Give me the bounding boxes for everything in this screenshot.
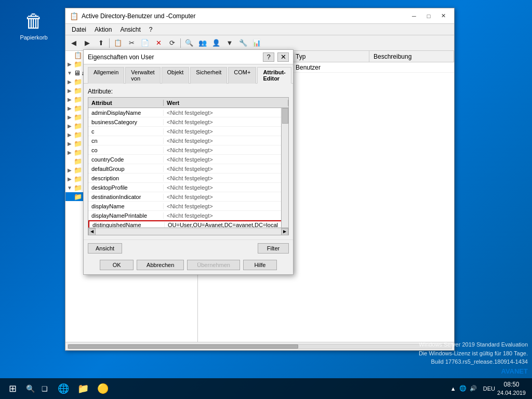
- dialog-title-text: Eigenschaften von User: [88, 54, 262, 61]
- clock-time: 08:50: [497, 381, 526, 389]
- expand-icon: ▶: [65, 105, 74, 111]
- pinned-ie[interactable]: 🌐: [54, 379, 73, 398]
- menu-ansicht[interactable]: Ansicht: [116, 25, 144, 34]
- pinned-app[interactable]: 🟡: [94, 379, 112, 398]
- show-button[interactable]: 📋: [112, 37, 124, 49]
- attr-value: OU=User,OU=Avanet,DC=avanet,DC=local: [165, 222, 287, 228]
- filter-button[interactable]: Filter: [258, 243, 289, 254]
- search-button[interactable]: 🔍: [23, 379, 37, 398]
- uebernehmen-button[interactable]: Übernehmen: [187, 260, 240, 270]
- attr-name: businessCategory: [88, 119, 164, 125]
- recycle-bin-glyph: 🗑: [24, 10, 43, 32]
- attr-row-c[interactable]: c <Nicht festgelegt>: [88, 127, 288, 136]
- attr-row-defaultGroup[interactable]: defaultGroup <Nicht festgelegt>: [88, 164, 288, 174]
- col-typ-header[interactable]: Typ: [291, 51, 369, 62]
- attr-name: displayName: [88, 203, 164, 209]
- attributes-table: Attribut Wert adminDisplayName <Nicht fe…: [88, 97, 289, 235]
- watermark: Windows Server 2019 Standard Evaluation …: [419, 340, 528, 376]
- dialog-help-button[interactable]: ?: [263, 52, 274, 62]
- refresh-button[interactable]: ⟳: [166, 37, 178, 49]
- close-button[interactable]: ✕: [436, 11, 450, 21]
- attr-name: adminDisplayName: [88, 110, 164, 116]
- ansicht-button[interactable]: Ansicht: [88, 243, 122, 254]
- cut-button[interactable]: ✂: [125, 37, 138, 49]
- expand-icon: ▶: [65, 61, 74, 67]
- menu-help[interactable]: ?: [145, 25, 157, 34]
- back-button[interactable]: ◀: [68, 37, 80, 49]
- filter-button[interactable]: ▼: [223, 37, 236, 49]
- chevron-up-icon[interactable]: ▲: [450, 385, 456, 392]
- users2-button[interactable]: 👤: [210, 37, 222, 49]
- expand-icon: ▶: [65, 114, 74, 120]
- copy-button[interactable]: 📄: [139, 37, 151, 49]
- scroll-left-button[interactable]: ◀: [88, 228, 96, 235]
- dialog-action-buttons: Ansicht Filter: [84, 240, 293, 257]
- folder-icon: 📁: [74, 60, 82, 68]
- tab-com[interactable]: COM+: [228, 67, 256, 84]
- pinned-explorer[interactable]: 📁: [74, 379, 92, 398]
- abbrechen-button[interactable]: Abbrechen: [137, 260, 184, 270]
- tab-attribut-editor[interactable]: Attribut-Editor: [257, 67, 291, 84]
- clock[interactable]: 08:50 24.04.2019: [497, 381, 526, 396]
- attr-row-description[interactable]: description <Nicht festgelegt>: [88, 174, 288, 183]
- attr-row-countryCode[interactable]: countryCode <Nicht festgelegt>: [88, 155, 288, 164]
- expand-icon: ▶: [65, 132, 74, 138]
- forward-button[interactable]: ▶: [81, 37, 94, 49]
- attr-row-adminDisplayName[interactable]: adminDisplayName <Nicht festgelegt>: [88, 108, 288, 117]
- col-wert-header: Wert: [164, 100, 288, 106]
- folder-icon: 📋: [74, 51, 82, 59]
- attr-row-displayNamePrintable[interactable]: displayNamePrintable <Nicht festgelegt>: [88, 211, 288, 220]
- tab-objekt[interactable]: Objekt: [162, 67, 190, 84]
- attr-value: <Nicht festgelegt>: [164, 194, 288, 200]
- status-bar: [65, 342, 454, 350]
- task-view-button[interactable]: ❑: [37, 379, 52, 398]
- attr-value: <Nicht festgelegt>: [164, 138, 288, 144]
- window-title: Active Directory-Benutzer und -Computer: [82, 12, 407, 20]
- minimize-button[interactable]: ─: [407, 11, 421, 21]
- attr-value: <Nicht festgelegt>: [164, 175, 288, 181]
- horizontal-track[interactable]: [96, 229, 281, 235]
- attr-row-desktopProfile[interactable]: desktopProfile <Nicht festgelegt>: [88, 183, 288, 192]
- pinned-items: 🌐 📁 🟡: [54, 379, 112, 398]
- up-button[interactable]: ⬆: [95, 37, 107, 49]
- horizontal-scrollbar[interactable]: [68, 344, 452, 349]
- dialog-close-button[interactable]: ✕: [277, 52, 289, 62]
- tab-sicherheit[interactable]: Sicherheit: [190, 67, 227, 84]
- attr-row-businessCategory[interactable]: businessCategory <Nicht festgelegt>: [88, 117, 288, 127]
- scroll-right-button[interactable]: ▶: [281, 228, 288, 235]
- attr-row-cn[interactable]: cn <Nicht festgelegt>: [88, 136, 288, 145]
- ok-button[interactable]: OK: [100, 260, 134, 270]
- attr-row-destinationIndicator[interactable]: destinationIndicator <Nicht festgelegt>: [88, 192, 288, 202]
- volume-icon[interactable]: 🔊: [470, 385, 477, 392]
- vertical-scrollbar[interactable]: [281, 108, 288, 228]
- users-button[interactable]: 👥: [196, 37, 209, 49]
- attr-row-distinguishedName[interactable]: distinguishedName OU=User,OU=Avanet,DC=a…: [88, 220, 288, 228]
- taskbar-right: ▲ 🌐 🔊 DEU 08:50 24.04.2019: [450, 381, 530, 396]
- delete-button[interactable]: ✕: [152, 37, 165, 49]
- recycle-bin-icon[interactable]: 🗑 Papierkorb: [16, 10, 52, 41]
- menu-aktion[interactable]: Aktion: [90, 25, 116, 34]
- dialog-footer: OK Abbrechen Übernehmen Hilfe: [84, 257, 293, 274]
- hilfe-button[interactable]: Hilfe: [243, 260, 277, 270]
- window-controls: ─ □ ✕: [407, 11, 450, 21]
- attr-row-co[interactable]: co <Nicht festgelegt>: [88, 145, 288, 155]
- attr-row-displayName[interactable]: displayName <Nicht festgelegt>: [88, 202, 288, 211]
- tab-allgemein[interactable]: Allgemein: [88, 67, 124, 84]
- col-desc-header[interactable]: Beschreibung: [369, 51, 454, 62]
- attr-value: <Nicht festgelegt>: [164, 212, 288, 219]
- attr-name: destinationIndicator: [88, 194, 164, 200]
- more-button[interactable]: 🔧: [237, 37, 249, 49]
- menu-datei[interactable]: Datei: [68, 25, 90, 34]
- attributes-scroll-area[interactable]: adminDisplayName <Nicht festgelegt> busi…: [88, 108, 288, 228]
- maximize-button[interactable]: □: [422, 11, 435, 21]
- attr-value: <Nicht festgelegt>: [164, 119, 288, 125]
- folder-icon: 📁: [74, 104, 82, 112]
- export-button[interactable]: 📊: [250, 37, 263, 49]
- start-button[interactable]: ⊞: [2, 379, 23, 398]
- watermark-line3: Build 17763.rs5_release.180914-1434: [419, 357, 528, 366]
- expand-icon: ▼: [65, 185, 74, 191]
- search-button[interactable]: 🔍: [183, 37, 195, 49]
- menu-bar: Datei Aktion Ansicht ?: [65, 24, 454, 35]
- network-icon[interactable]: 🌐: [459, 385, 467, 392]
- tab-verwaltet[interactable]: Verwaltet von: [125, 67, 160, 84]
